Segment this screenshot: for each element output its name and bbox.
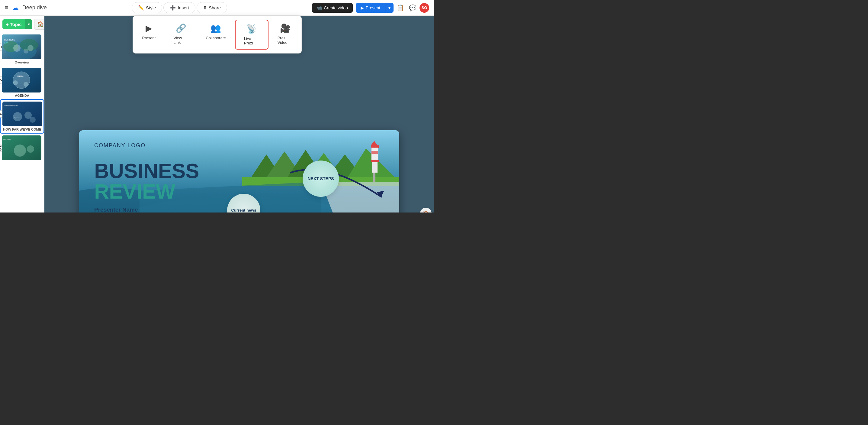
avatar[interactable]: SO <box>420 3 429 13</box>
insert-icon: ➕ <box>170 5 176 10</box>
slide-home-icon: 🏠 <box>423 210 429 213</box>
sidebar-item-agenda[interactable]: 2-3 AGENDA <box>0 66 44 99</box>
present-label: Present <box>366 5 380 10</box>
slide-home-button[interactable]: 🏠 <box>420 208 432 213</box>
svg-point-18 <box>30 117 36 123</box>
insert-button[interactable]: ➕ Insert <box>163 2 195 13</box>
plus-icon: + <box>6 22 9 27</box>
svg-point-16 <box>13 112 22 121</box>
svg-point-22 <box>14 144 26 157</box>
svg-text:EW: EW <box>4 42 8 44</box>
svg-rect-38 <box>371 151 378 154</box>
topic-dropdown-button[interactable]: ▾ <box>25 19 32 29</box>
slide-label-howfar: HOW FAR WE'VE COME <box>2 128 42 131</box>
svg-point-5 <box>24 49 28 54</box>
svg-text:NEW GOALS: NEW GOALS <box>3 138 11 140</box>
title-line1: BUSINESS <box>94 161 199 181</box>
title-line2: REVIEW <box>94 181 199 202</box>
prezi-video-label: Prezi Video <box>278 36 293 45</box>
top-bar-left: ≡ ☁ Deep dive <box>5 4 47 12</box>
share-item-prezi-video[interactable]: 🎥 Prezi Video <box>269 20 302 50</box>
home-icon: 🏠 <box>37 21 43 27</box>
create-video-label: Create video <box>324 5 348 10</box>
comments-icon[interactable]: 💬 <box>409 4 416 11</box>
present-button-group: ▶ Present ▾ <box>356 3 394 13</box>
video-camera-icon: 📹 <box>317 5 322 10</box>
live-prezi-label: Live Prezi <box>244 36 259 45</box>
company-logo-text: COMPANY LOGO <box>94 142 146 148</box>
share-item-present[interactable]: ▶ Present <box>133 20 165 50</box>
next-steps-bubble[interactable]: NEXT STEPS <box>303 161 339 197</box>
slide-thumb-newgoals: NEW GOALS <box>2 135 41 160</box>
live-prezi-icon: 📡 <box>246 24 257 34</box>
svg-point-13 <box>24 82 28 87</box>
company-logo: COMPANY LOGO <box>94 142 146 149</box>
view-link-label: View Link <box>173 36 189 45</box>
next-steps-label: NEXT STEPS <box>307 176 334 181</box>
slide-label-overview: Overview <box>2 60 42 64</box>
right-navigation: 🏠 ↩ <box>420 208 432 213</box>
svg-point-6 <box>28 45 33 51</box>
app-title: Deep dive <box>22 4 47 11</box>
sidebar-item-newgoals[interactable]: 12-20 NEW GOALS <box>0 134 44 163</box>
sidebar-item-overview[interactable]: 1 <box>0 33 44 66</box>
sidebar-items: 1 <box>0 33 44 213</box>
business-review-title: BUSINESS REVIEW Presenter Name for Compa… <box>94 161 199 213</box>
svg-rect-33 <box>371 145 379 148</box>
notes-icon[interactable]: 📋 <box>397 4 404 11</box>
share-label: Share <box>209 5 221 10</box>
prezi-video-icon: 🎥 <box>280 23 290 33</box>
hamburger-icon[interactable]: ≡ <box>5 4 8 11</box>
svg-marker-36 <box>371 141 377 145</box>
svg-point-4 <box>13 45 21 52</box>
share-item-view-link[interactable]: 🔗 View Link <box>165 20 197 50</box>
slide-canvas: 🤿 🐟 🐠 COMPANY LOGO <box>79 130 399 213</box>
slide-background: 🤿 🐟 🐠 COMPANY LOGO <box>79 130 399 213</box>
slide-thumb-howfar: HOW FAR WE'VE COME Key items <box>2 102 42 126</box>
slide-thumb-overview: BUSINESS EW <box>2 34 41 59</box>
slide-label-agenda: AGENDA <box>2 94 42 97</box>
presenter-name: Presenter Name <box>94 206 199 213</box>
cloud-icon: ☁ <box>12 4 19 12</box>
svg-text:Key items: Key items <box>14 117 20 118</box>
present-button[interactable]: ▶ Present <box>356 3 385 13</box>
share-dropdown: ▶ Present 🔗 View Link 👥 Collaborate 📡 Li… <box>132 16 302 54</box>
top-bar-center: ✏️ Style ➕ Insert ⬆ Share <box>132 2 227 13</box>
svg-point-12 <box>13 80 18 85</box>
share-icon: ⬆ <box>203 5 207 10</box>
sidebar-toolbar: + Topic ▾ 🏠 <box>0 16 44 33</box>
link-icon: 🔗 <box>176 23 186 33</box>
present-dropdown-icon: ▶ <box>146 23 152 33</box>
play-icon: ▶ <box>361 5 364 10</box>
present-dropdown-label: Present <box>142 36 156 40</box>
share-button[interactable]: ⬆ Share <box>196 2 227 13</box>
style-button[interactable]: ✏️ Style <box>132 2 162 13</box>
current-news-label: Current news <box>231 208 256 213</box>
topic-button-group: + Topic ▾ <box>2 19 32 29</box>
share-item-live-prezi[interactable]: 📡 Live Prezi <box>235 20 269 50</box>
svg-point-23 <box>27 145 34 153</box>
style-icon: ✏️ <box>138 5 144 10</box>
sidebar-item-howfar[interactable]: 4-11 HOW FAR WE'VE COME <box>0 99 44 134</box>
topic-label: Topic <box>10 22 22 27</box>
sidebar: + Topic ▾ 🏠 1 <box>0 16 44 213</box>
top-bar: ≡ ☁ Deep dive ✏️ Style ➕ Insert ⬆ Share … <box>0 0 434 16</box>
slide-thumb-agenda: AGENDA <box>2 68 41 92</box>
collaborate-label: Collaborate <box>206 36 226 40</box>
svg-rect-37 <box>373 173 375 182</box>
style-label: Style <box>146 5 156 10</box>
insert-label: Insert <box>178 5 189 10</box>
collaborate-icon: 👥 <box>211 23 221 33</box>
toolbar-right-icons: 📋 💬 <box>397 4 416 11</box>
share-item-collaborate[interactable]: 👥 Collaborate <box>197 20 235 50</box>
present-dropdown-button[interactable]: ▾ <box>385 3 394 13</box>
svg-text:HOW FAR WE'VE COME: HOW FAR WE'VE COME <box>4 105 18 106</box>
svg-text:AGENDA: AGENDA <box>17 75 24 77</box>
topic-button[interactable]: + Topic <box>2 19 25 29</box>
svg-rect-35 <box>371 160 379 162</box>
top-bar-right: 📹 Create video ▶ Present ▾ 📋 💬 SO <box>312 3 429 13</box>
home-button[interactable]: 🏠 <box>34 19 44 30</box>
create-video-button[interactable]: 📹 Create video <box>312 3 352 13</box>
svg-text:BUSINESS: BUSINESS <box>4 39 15 41</box>
